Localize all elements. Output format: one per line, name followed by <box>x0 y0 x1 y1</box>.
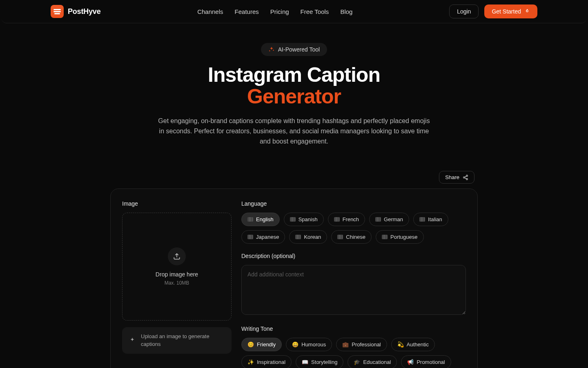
logo-mark-icon <box>51 5 64 18</box>
flag-icon <box>337 235 343 239</box>
page-title: Instagram Caption Generator <box>0 64 588 107</box>
nav-channels[interactable]: Channels <box>197 8 223 15</box>
get-started-button[interactable]: Get Started <box>484 4 537 18</box>
nav-blog[interactable]: Blog <box>340 8 352 15</box>
nav-features[interactable]: Features <box>235 8 259 15</box>
emoji-icon: 💫 <box>397 341 404 348</box>
emoji-icon: 🎓 <box>354 359 360 365</box>
description-label: Description (optional) <box>241 253 466 259</box>
image-column: Image Drop image here Max. 10MB Upload a… <box>122 200 232 368</box>
upload-icon <box>173 253 180 260</box>
flag-icon <box>382 235 388 239</box>
flag-icon <box>290 217 296 222</box>
share-row: Share <box>110 171 478 184</box>
share-button[interactable]: Share <box>439 171 474 184</box>
language-options: English Spanish French German Italian Ja… <box>241 213 466 244</box>
upload-hint-text: Upload an image to generate captions <box>141 333 225 348</box>
badge-label: AI-Powered Tool <box>278 46 320 53</box>
upload-hint: Upload an image to generate captions <box>122 327 232 353</box>
lang-japanese[interactable]: Japanese <box>241 230 285 244</box>
tone-promotional[interactable]: 📢Promotional <box>401 355 451 368</box>
tone-inspirational[interactable]: ✨Inspirational <box>241 355 292 368</box>
tone-label-text: Storytelling <box>311 359 337 365</box>
header-actions: Login Get Started <box>449 4 537 18</box>
brand-logo[interactable]: PostHyve <box>51 5 100 18</box>
hero-subtitle: Get engaging, on-brand captions complete… <box>155 116 433 146</box>
lang-spanish[interactable]: Spanish <box>284 213 324 226</box>
ai-badge: AI-Powered Tool <box>261 43 327 56</box>
tone-educational[interactable]: 🎓Educational <box>347 355 397 368</box>
tone-authentic[interactable]: 💫Authentic <box>391 338 435 351</box>
lang-french[interactable]: French <box>328 213 365 226</box>
lang-label: Korean <box>304 234 321 240</box>
upload-icon-circle <box>168 247 186 265</box>
description-input[interactable] <box>241 265 466 315</box>
image-label: Image <box>122 200 232 207</box>
title-line1: Instagram Caption <box>208 63 380 86</box>
lang-chinese[interactable]: Chinese <box>331 230 372 244</box>
lang-english[interactable]: English <box>241 213 280 226</box>
sparkle-icon <box>268 46 275 53</box>
lang-korean[interactable]: Korean <box>289 230 327 244</box>
lang-label: German <box>384 216 403 222</box>
emoji-icon: 😊 <box>247 341 254 348</box>
tone-label-text: Friendly <box>257 341 276 348</box>
flag-icon <box>247 235 253 239</box>
lang-german[interactable]: German <box>369 213 409 226</box>
emoji-icon: 💼 <box>342 341 349 348</box>
lang-label: French <box>343 216 359 222</box>
top-header: PostHyve Channels Features Pricing Free … <box>2 0 586 23</box>
get-started-label: Get Started <box>492 8 521 15</box>
flame-icon <box>524 9 530 14</box>
lang-label: Italian <box>428 216 442 222</box>
emoji-icon: ✨ <box>247 359 254 365</box>
nav-pricing[interactable]: Pricing <box>270 8 289 15</box>
svg-point-1 <box>463 177 465 178</box>
lang-italian[interactable]: Italian <box>413 213 448 226</box>
dropzone-secondary: Max. 10MB <box>165 280 189 286</box>
dropzone-primary: Drop image here <box>156 271 198 278</box>
tone-options: 😊Friendly 😄Humorous 💼Professional 💫Authe… <box>241 338 466 368</box>
generator-panel: Image Drop image here Max. 10MB Upload a… <box>110 188 478 368</box>
hero-section: AI-Powered Tool Instagram Caption Genera… <box>0 23 588 158</box>
lang-label: English <box>256 216 274 222</box>
svg-point-0 <box>466 175 468 177</box>
emoji-icon: 📢 <box>407 359 414 365</box>
flag-icon <box>419 217 425 222</box>
flag-icon <box>247 217 253 222</box>
primary-nav: Channels Features Pricing Free Tools Blo… <box>197 8 352 15</box>
tone-label-text: Humorous <box>301 341 326 348</box>
emoji-icon: 📖 <box>302 359 308 365</box>
tone-storytelling[interactable]: 📖Storytelling <box>296 355 343 368</box>
nav-freetools[interactable]: Free Tools <box>301 8 329 15</box>
tone-label-text: Promotional <box>416 359 445 365</box>
emoji-icon: 😄 <box>292 341 298 348</box>
lang-portuguese[interactable]: Portuguese <box>376 230 424 244</box>
tone-humorous[interactable]: 😄Humorous <box>286 338 332 351</box>
login-button[interactable]: Login <box>449 4 479 18</box>
tone-label-text: Authentic <box>407 341 429 348</box>
lang-label: Spanish <box>298 216 318 222</box>
brand-name: PostHyve <box>68 7 100 16</box>
options-column: Language English Spanish French German I… <box>241 200 466 368</box>
lang-label: Chinese <box>346 234 365 240</box>
share-label: Share <box>445 174 459 180</box>
lang-label: Japanese <box>256 234 279 240</box>
tone-professional[interactable]: 💼Professional <box>336 338 387 351</box>
tone-label-text: Professional <box>352 341 381 348</box>
svg-line-3 <box>465 176 466 177</box>
language-label: Language <box>241 200 466 207</box>
share-icon <box>463 175 468 180</box>
tone-label: Writing Tone <box>241 325 466 332</box>
lang-label: Portuguese <box>390 234 418 240</box>
flag-icon <box>375 217 381 222</box>
image-dropzone[interactable]: Drop image here Max. 10MB <box>122 213 232 321</box>
tone-friendly[interactable]: 😊Friendly <box>241 338 282 351</box>
tone-label-text: Educational <box>363 359 391 365</box>
svg-point-2 <box>466 178 468 180</box>
tone-label-text: Inspirational <box>257 359 285 365</box>
svg-line-4 <box>465 178 466 179</box>
flag-icon <box>295 235 301 239</box>
flag-icon <box>334 217 340 222</box>
sparkles-icon <box>129 337 136 344</box>
